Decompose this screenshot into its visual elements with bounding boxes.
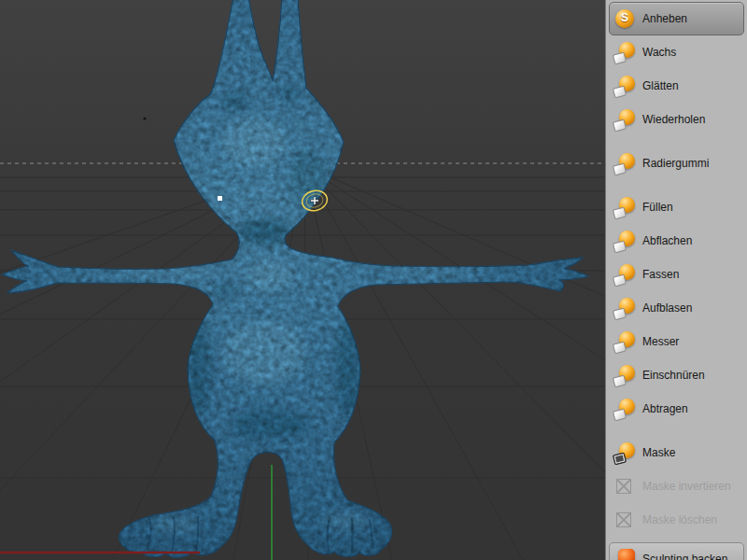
messer-brush-icon — [613, 330, 636, 353]
tool-label: Messer — [642, 335, 679, 348]
tool-label: Glätten — [642, 79, 679, 92]
tool-label: Aufblasen — [642, 301, 692, 315]
abflachen-brush-icon — [613, 230, 636, 252]
tool-glaetten[interactable]: Glätten — [609, 69, 744, 103]
viewport-canvas[interactable] — [0, 0, 605, 560]
tool-group-primary: Anheben Wachs Glätten Wiederholen — [606, 2, 747, 136]
anheben-brush-icon — [613, 7, 636, 30]
tool-aufblasen[interactable]: Aufblasen — [609, 291, 744, 325]
glaetten-brush-icon — [613, 75, 636, 97]
maske-loeschen-icon — [613, 509, 636, 531]
tool-group-mask: Maske Maske invertieren Maske löschen — [606, 436, 747, 537]
tool-sculpting-backen[interactable]: Sculpting backen — [609, 542, 744, 560]
stray-vertex-dot — [143, 117, 146, 119]
tool-label: Maske — [642, 446, 675, 459]
tool-abflachen[interactable]: Abflachen — [609, 224, 744, 258]
radiergummi-brush-icon — [613, 152, 636, 175]
tool-anheben[interactable]: Anheben — [609, 2, 744, 35]
tool-label: Radiergummi — [642, 157, 709, 170]
tool-label: Einschnüren — [642, 369, 705, 382]
abtragen-brush-icon — [613, 398, 636, 420]
tool-radiergummi[interactable]: Radiergummi — [609, 147, 744, 180]
tool-label: Wiederholen — [642, 113, 705, 126]
tool-label: Fassen — [642, 268, 679, 281]
fuellen-brush-icon — [613, 196, 636, 218]
wiederholen-brush-icon — [613, 108, 636, 131]
tool-label: Maske invertieren — [642, 480, 731, 493]
tool-label: Anheben — [642, 12, 687, 25]
wachs-brush-icon — [613, 41, 636, 63]
tool-maske-invertieren: Maske invertieren — [609, 469, 744, 503]
tool-wachs[interactable]: Wachs — [609, 35, 744, 69]
fassen-brush-icon — [613, 263, 636, 286]
aufblasen-brush-icon — [613, 297, 636, 319]
tool-label: Wachs — [642, 46, 676, 59]
tool-messer[interactable]: Messer — [609, 325, 744, 358]
tool-wiederholen[interactable]: Wiederholen — [609, 103, 744, 136]
sculpt-app-window: Anheben Wachs Glätten Wiederholen Radier… — [0, 0, 747, 560]
tool-group-eraser: Radiergummi — [606, 147, 747, 180]
tool-fassen[interactable]: Fassen — [609, 258, 744, 291]
character-model[interactable] — [2, 0, 588, 557]
symmetry-point-marker — [218, 196, 222, 201]
tool-label: Abflachen — [642, 234, 692, 247]
tool-group-shaping: Füllen Abflachen Fassen Aufblasen Messer… — [606, 190, 747, 426]
sculpt-tool-sidebar: Anheben Wachs Glätten Wiederholen Radier… — [605, 0, 747, 560]
einschnueren-brush-icon — [613, 364, 636, 386]
tool-fuellen[interactable]: Füllen — [609, 190, 744, 224]
sculpting-backen-icon — [613, 548, 636, 560]
tool-abtragen[interactable]: Abtragen — [609, 392, 744, 426]
tool-label: Füllen — [642, 201, 673, 214]
maske-brush-icon — [613, 441, 636, 464]
viewport-3d[interactable] — [0, 0, 605, 560]
tool-label: Abtragen — [642, 402, 688, 415]
tool-group-bake: Sculpting backen — [606, 542, 747, 560]
tool-maske[interactable]: Maske — [609, 436, 744, 469]
tool-label: Sculpting backen — [642, 553, 727, 560]
tool-label: Maske löschen — [642, 513, 717, 526]
maske-invertieren-icon — [613, 475, 636, 497]
tool-einschnueren[interactable]: Einschnüren — [609, 358, 744, 392]
tool-maske-loeschen: Maske löschen — [609, 503, 744, 537]
